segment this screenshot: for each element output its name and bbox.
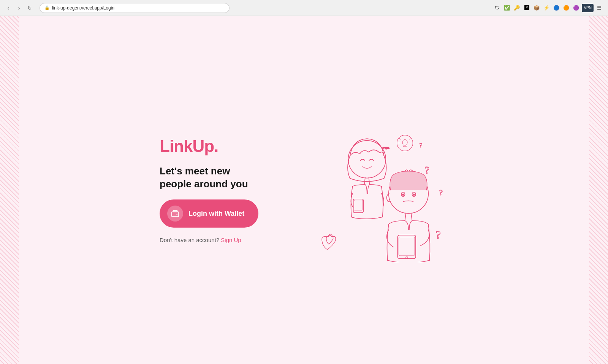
svg-text:?: ? [425,165,429,176]
left-section: LinkUp. Let's meet new people around you… [160,137,266,244]
lock-icon: 🔒 [44,5,50,10]
url-text: link-up-degen.vercel.app/Login [52,5,114,11]
login-with-wallet-button[interactable]: Login with Wallet [160,199,258,228]
svg-rect-7 [354,200,363,210]
left-stripe-panel [0,16,19,364]
page-content: LinkUp. Let's meet new people around you… [0,16,608,364]
back-button[interactable]: ‹ [5,4,12,12]
svg-line-26 [409,138,411,139]
ext-icon-7[interactable]: 🔵 [552,4,560,12]
ext-icon-vpn[interactable]: VPN [582,4,594,12]
svg-line-14 [411,213,412,221]
app-logo: LinkUp. [160,137,218,156]
svg-point-3 [385,147,387,149]
signup-link[interactable]: Sign Up [221,237,241,243]
wallet-icon [167,206,183,222]
svg-text:?: ? [435,228,441,241]
menu-button[interactable]: ☰ [595,4,603,12]
login-button-label: Login with Wallet [188,210,244,218]
reload-button[interactable]: ↻ [26,4,33,12]
browser-extensions: 🛡 ✅ 🔑 🅿 📦 ⚡ 🔵 🟠 🟣 VPN ☰ [493,4,603,12]
ext-icon-1[interactable]: 🛡 [493,4,501,12]
illustration: ? ? ? ? [296,118,448,262]
svg-rect-6 [353,199,364,213]
main-container: LinkUp. Let's meet new people around you… [133,103,475,277]
left-stripe-pattern [0,16,19,364]
svg-line-13 [405,213,406,221]
ext-icon-2[interactable]: ✅ [503,4,511,12]
ext-icon-6[interactable]: ⚡ [542,4,551,12]
ext-icon-9[interactable]: 🟣 [572,4,580,12]
browser-chrome: ‹ › ↻ 🔒 link-up-degen.vercel.app/Login 🛡… [0,0,608,16]
svg-line-25 [399,138,401,139]
svg-rect-0 [172,212,179,217]
svg-text:?: ? [420,142,423,149]
svg-point-2 [348,141,386,178]
forward-button[interactable]: › [15,4,23,12]
svg-point-12 [413,194,415,195]
ext-icon-4[interactable]: 🅿 [522,4,531,12]
svg-point-11 [402,194,404,195]
address-bar[interactable]: 🔒 link-up-degen.vercel.app/Login [40,3,230,13]
ext-icon-8[interactable]: 🟠 [562,4,570,12]
right-stripe-panel [589,16,608,364]
tagline: Let's meet new people around you [160,165,248,191]
ext-icon-3[interactable]: 🔑 [513,4,521,12]
svg-text:?: ? [439,188,443,197]
svg-point-1 [176,214,177,215]
svg-rect-16 [399,237,415,256]
ext-icon-5[interactable]: 📦 [532,4,541,12]
signup-prompt-text: Don't have an account? Sign Up [160,237,241,243]
svg-rect-15 [398,235,416,259]
right-stripe-pattern [589,16,608,364]
